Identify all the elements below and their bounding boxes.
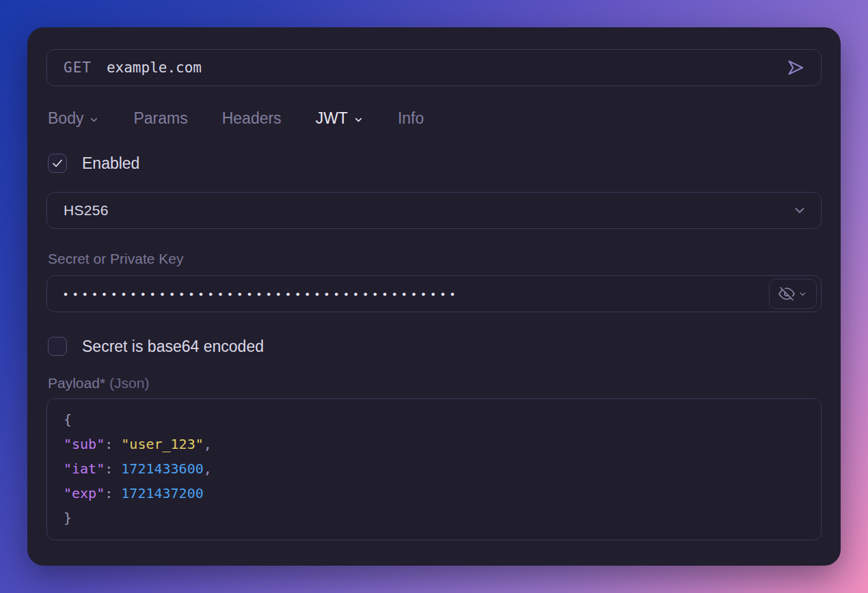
algorithm-value: HS256 xyxy=(64,202,109,219)
code-line: "exp": 1721437200 xyxy=(64,481,804,506)
code-line: { xyxy=(64,407,804,432)
code-line: } xyxy=(64,506,804,530)
algorithm-select[interactable]: HS256 xyxy=(46,192,822,229)
secret-key-label: Secret or Private Key xyxy=(48,251,822,267)
tab-jwt[interactable]: JWT xyxy=(316,109,364,128)
enabled-label: Enabled xyxy=(82,154,139,173)
send-request-button[interactable] xyxy=(783,55,809,81)
request-tabs: Body Params Headers JWT Info xyxy=(48,109,822,128)
checkbox-box[interactable] xyxy=(48,154,67,173)
tab-info-label: Info xyxy=(398,109,424,128)
checkmark-icon xyxy=(51,157,64,169)
masked-secret-value: ••••••••••••••••••••••••••••••••••••••••… xyxy=(64,286,769,301)
url-input[interactable]: example.com xyxy=(107,59,783,76)
tab-info[interactable]: Info xyxy=(398,109,424,128)
payload-label-text: Payload* xyxy=(48,375,105,391)
tab-jwt-label: JWT xyxy=(316,109,348,128)
request-panel: GET example.com Body Params Headers JWT … xyxy=(27,27,841,566)
secret-key-input[interactable]: ••••••••••••••••••••••••••••••••••••••••… xyxy=(46,275,822,312)
chevron-down-icon xyxy=(89,115,99,125)
chevron-down-icon xyxy=(792,203,807,218)
code-line: "sub": "user_123", xyxy=(64,432,804,456)
chevron-down-icon xyxy=(798,290,807,299)
tab-body[interactable]: Body xyxy=(48,109,99,128)
toggle-secret-visibility-button[interactable] xyxy=(769,279,817,309)
base64-encoded-checkbox[interactable]: Secret is base64 encoded xyxy=(48,337,822,356)
checkbox-box[interactable] xyxy=(48,337,67,356)
eye-off-icon xyxy=(778,286,795,302)
jwt-enabled-checkbox[interactable]: Enabled xyxy=(48,154,822,173)
url-bar: GET example.com xyxy=(46,49,822,86)
tab-headers-label: Headers xyxy=(222,109,282,128)
paper-plane-send-icon xyxy=(785,57,806,78)
payload-json-hint: (Json) xyxy=(109,375,149,391)
payload-json-editor[interactable]: { "sub": "user_123", "iat": 1721433600, … xyxy=(46,398,822,540)
chevron-down-icon xyxy=(353,115,364,125)
http-method-select[interactable]: GET xyxy=(64,59,92,76)
tab-params[interactable]: Params xyxy=(133,109,187,128)
payload-label: Payload*(Json) xyxy=(48,375,822,391)
base64-label: Secret is base64 encoded xyxy=(82,337,264,356)
tab-body-label: Body xyxy=(48,109,83,128)
code-line: "iat": 1721433600, xyxy=(64,456,804,481)
tab-params-label: Params xyxy=(133,109,187,128)
tab-headers[interactable]: Headers xyxy=(222,109,282,128)
